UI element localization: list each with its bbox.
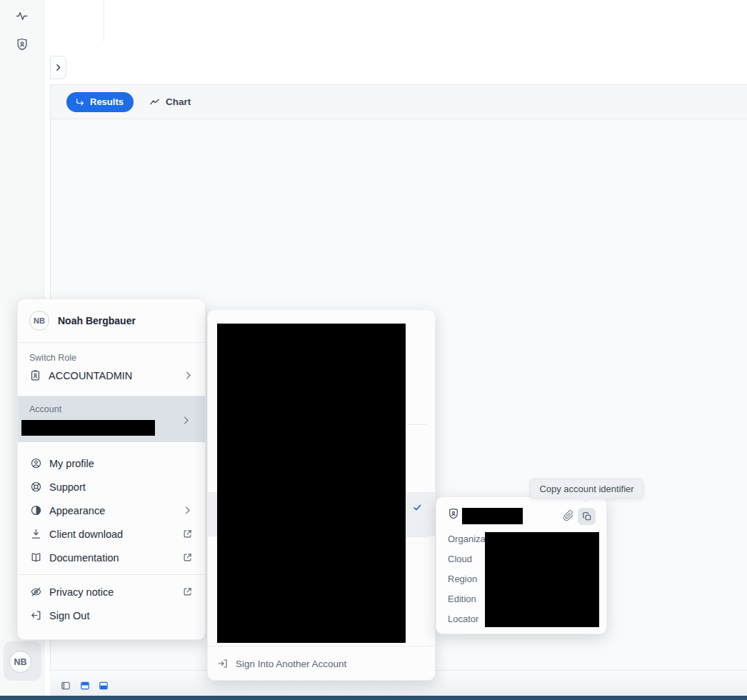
external-link-icon: [182, 552, 193, 563]
menu-item-label: Sign Out: [49, 610, 89, 621]
trend-line-icon: [149, 96, 161, 108]
menu-item-label: Privacy notice: [49, 586, 114, 598]
user-name: Noah Bergbauer: [58, 315, 136, 326]
menu-item-sign-out[interactable]: Sign Out: [18, 604, 205, 627]
switch-role-label: Switch Role: [29, 353, 194, 363]
panel-top-toggle-icon[interactable]: [80, 681, 90, 691]
external-link-icon: [182, 529, 193, 539]
tab-results-label: Results: [90, 96, 124, 107]
paperclip-icon[interactable]: [563, 510, 574, 521]
sign-into-another-account-button[interactable]: Sign Into Another Account: [217, 646, 346, 681]
account-section[interactable]: Account: [18, 396, 205, 442]
shield-account-icon: [447, 507, 460, 520]
id-badge-icon: [29, 369, 41, 381]
account-label: Account: [29, 404, 194, 414]
account-switcher-popup: Sign Into Another Account: [207, 309, 436, 681]
corner-down-right-icon: [75, 97, 85, 107]
menu-item-label: Support: [49, 481, 86, 493]
book-icon: [30, 551, 42, 564]
user-menu-items: My profile Support Appearance Client dow…: [18, 442, 205, 639]
current-role: ACCOUNTADMIN: [49, 370, 132, 381]
menu-divider: [18, 574, 205, 575]
copy-account-identifier-button[interactable]: [578, 508, 596, 525]
sign-into-label: Sign Into Another Account: [236, 659, 346, 669]
menu-item-client-download[interactable]: Client download: [18, 522, 205, 546]
contrast-icon: [30, 504, 42, 516]
chevron-right-icon: [182, 505, 193, 516]
chevron-right-icon: [183, 370, 194, 381]
menu-item-privacy-notice[interactable]: Privacy notice: [18, 580, 205, 604]
redacted-account-name: [21, 420, 155, 436]
redacted-account-values: [485, 532, 599, 627]
menu-item-label: My profile: [49, 458, 94, 469]
avatar: NB: [29, 311, 49, 331]
user-circle-icon: [30, 457, 42, 469]
user-avatar-button[interactable]: NB: [4, 641, 41, 681]
download-icon: [30, 528, 42, 540]
external-link-icon: [182, 586, 193, 597]
account-details-popover: Organization Cloud Region Edition Locato…: [436, 496, 607, 634]
field-label-edition: Edition: [448, 589, 476, 609]
switch-role-row[interactable]: ACCOUNTADMIN: [29, 369, 194, 381]
redacted-account-list: [217, 324, 406, 643]
tooltip-caret: [581, 498, 592, 503]
copy-icon: [582, 511, 592, 521]
footer-accent-strip: [0, 696, 747, 700]
menu-item-appearance[interactable]: Appearance: [18, 499, 205, 522]
user-menu-popup: NB Noah Bergbauer Switch Role ACCOUNTADM…: [17, 299, 206, 640]
tab-results[interactable]: Results: [66, 92, 134, 112]
switch-role-section: Switch Role ACCOUNTADMIN: [18, 343, 205, 396]
activity-icon[interactable]: [15, 9, 29, 23]
menu-item-label: Documentation: [49, 552, 119, 564]
expand-panel-button[interactable]: [50, 56, 66, 79]
shield-account-icon[interactable]: [15, 37, 29, 51]
check-icon: [412, 502, 423, 513]
field-label-locator: Locator: [448, 609, 478, 629]
chevron-right-icon: [181, 415, 191, 426]
field-label-cloud: Cloud: [448, 549, 472, 569]
editor-gutter-divider: [104, 0, 104, 42]
tab-chart[interactable]: Chart: [149, 96, 191, 108]
sign-in-icon: [217, 658, 229, 669]
user-menu-header: NB Noah Bergbauer: [18, 299, 205, 343]
menu-item-label: Client download: [49, 529, 123, 540]
lifebuoy-icon: [30, 481, 42, 493]
eye-off-icon: [30, 586, 42, 598]
chevron-right-icon: [54, 63, 63, 72]
panel-left-toggle-icon[interactable]: [61, 681, 71, 691]
menu-item-my-profile[interactable]: My profile: [18, 451, 205, 475]
tab-chart-label: Chart: [166, 96, 191, 107]
results-tabbar: Results Chart: [51, 85, 747, 119]
sign-out-icon: [30, 609, 42, 621]
menu-item-documentation[interactable]: Documentation: [18, 546, 205, 569]
avatar: NB: [9, 651, 31, 673]
tooltip: Copy account identifier: [530, 479, 643, 499]
field-label-region: Region: [448, 569, 477, 589]
redacted-account-identifier: [462, 508, 523, 524]
menu-item-label: Appearance: [49, 505, 105, 516]
panel-bottom-toggle-icon[interactable]: [99, 681, 109, 691]
menu-item-support[interactable]: Support: [18, 475, 205, 499]
